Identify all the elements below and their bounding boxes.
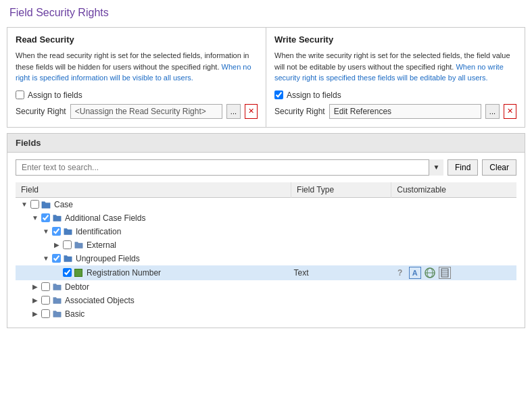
checkbox-acf[interactable] xyxy=(41,213,50,222)
expand-assoc[interactable]: ▶ xyxy=(30,296,40,305)
db-icon[interactable] xyxy=(439,267,451,279)
read-security-dots-btn[interactable]: ... xyxy=(226,104,241,119)
col-header-type: Field Type xyxy=(291,182,391,198)
read-security-right-row: Security Right ... ✕ xyxy=(16,104,258,119)
table-row: ▼ Case xyxy=(16,197,516,211)
table-row: ▼ Identification xyxy=(16,225,516,238)
read-security-right-input[interactable] xyxy=(70,104,222,119)
find-button[interactable]: Find xyxy=(448,159,478,176)
tree-cell-external: ▶ External xyxy=(18,240,289,251)
tree-cell-regnum: Registration Number xyxy=(18,267,289,278)
fields-section: Fields ▼ Find Clear Field Field Type Cus… xyxy=(7,133,525,328)
checkbox-case[interactable] xyxy=(30,200,39,209)
label-case: Case xyxy=(54,200,73,209)
read-assign-checkbox[interactable] xyxy=(16,90,24,99)
label-external: External xyxy=(87,240,116,250)
clear-button[interactable]: Clear xyxy=(482,159,516,176)
security-panels: Read Security When the read security rig… xyxy=(7,27,525,128)
tree-cell-acf: ▼ Additional Case Fields xyxy=(18,213,289,224)
checkbox-basic[interactable] xyxy=(41,309,50,318)
write-security-right-input[interactable] xyxy=(329,104,481,119)
read-security-desc: When the read security right is set for … xyxy=(16,50,258,84)
write-assign-checkbox[interactable] xyxy=(274,90,283,99)
write-assign-row: Assign to fields xyxy=(274,90,516,100)
read-security-panel: Read Security When the read security rig… xyxy=(7,28,266,127)
field-icon-regnum xyxy=(73,267,84,278)
label-debtor: Debtor xyxy=(65,282,89,292)
search-input-wrap: ▼ xyxy=(16,159,443,176)
custom-case xyxy=(391,197,516,211)
folder-icon-external xyxy=(73,240,84,251)
label-regnum: Registration Number xyxy=(87,268,161,278)
expand-ungrouped[interactable]: ▼ xyxy=(41,254,51,263)
read-dots-icon: ... xyxy=(231,107,237,115)
green-field-icon xyxy=(74,269,82,277)
search-input[interactable] xyxy=(16,159,443,176)
expand-case[interactable]: ▼ xyxy=(20,200,29,209)
folder-icon-acf xyxy=(51,213,62,224)
label-identification: Identification xyxy=(76,227,121,236)
read-assign-row: Assign to fields xyxy=(16,90,258,100)
folder-icon-basic xyxy=(51,309,62,319)
read-desc-text1: When the read security right is set for … xyxy=(16,51,249,71)
write-security-dots-btn[interactable]: ... xyxy=(485,104,500,119)
folder-icon-case xyxy=(41,199,51,210)
table-row[interactable]: Registration Number Text ? A xyxy=(16,265,516,280)
table-row: ▶ Basic xyxy=(16,307,516,321)
write-security-clear-btn[interactable]: ✕ xyxy=(504,104,516,119)
globe-icon[interactable] xyxy=(424,267,436,279)
question-icon[interactable]: ? xyxy=(394,267,406,279)
expand-identification[interactable]: ▼ xyxy=(41,227,51,236)
expand-basic[interactable]: ▶ xyxy=(30,309,40,319)
tree-cell-basic: ▶ Basic xyxy=(18,309,289,319)
table-row: ▶ Associated Objects xyxy=(16,294,516,307)
expand-external[interactable]: ▶ xyxy=(52,240,62,250)
read-security-title: Read Security xyxy=(16,34,258,45)
write-security-title: Write Security xyxy=(274,34,516,45)
folder-icon-ungrouped xyxy=(62,253,73,264)
tree-cell-case: ▼ Case xyxy=(18,199,289,210)
table-row: ▼ Ungrouped Fields xyxy=(16,252,516,265)
checkbox-ungrouped[interactable] xyxy=(52,254,61,263)
expand-debtor[interactable]: ▶ xyxy=(30,282,40,292)
write-dots-icon: ... xyxy=(489,107,495,115)
type-case xyxy=(291,197,391,211)
fields-body: ▼ Find Clear Field Field Type Customizab… xyxy=(7,153,525,328)
write-security-panel: Write Security When the write security r… xyxy=(266,28,525,127)
label-basic: Basic xyxy=(65,309,84,319)
label-ungrouped: Ungrouped Fields xyxy=(76,254,140,263)
checkbox-assoc[interactable] xyxy=(41,296,50,305)
table-row: ▶ External xyxy=(16,238,516,252)
folder-icon-identification xyxy=(62,226,73,237)
write-security-right-label: Security Right xyxy=(274,107,325,116)
fields-tree-table: Field Field Type Customizable ▼ xyxy=(16,182,516,321)
tree-cell-debtor: ▶ Debtor xyxy=(18,282,289,292)
action-icons-regnum: ? A xyxy=(394,267,514,279)
search-dropdown-btn[interactable]: ▼ xyxy=(429,159,443,176)
write-clear-icon: ✕ xyxy=(507,107,513,115)
tree-cell-assoc: ▶ Associated Objects xyxy=(18,295,289,306)
col-header-customizable: Customizable xyxy=(391,182,516,198)
folder-icon-assoc xyxy=(51,295,62,306)
edit-icon[interactable]: A xyxy=(409,267,421,279)
read-security-clear-btn[interactable]: ✕ xyxy=(245,104,258,119)
page-title: Field Security Rights xyxy=(7,7,525,19)
type-regnum: Text xyxy=(291,265,391,280)
expand-acf[interactable]: ▼ xyxy=(30,213,40,223)
read-security-right-label: Security Right xyxy=(16,107,66,116)
table-row: ▼ Additional Case Fields xyxy=(16,211,516,225)
read-assign-label: Assign to fields xyxy=(28,90,82,100)
tree-cell-identification: ▼ Identification xyxy=(18,226,289,237)
label-acf: Additional Case Fields xyxy=(65,213,145,223)
read-clear-icon: ✕ xyxy=(248,107,254,115)
folder-icon-debtor xyxy=(51,282,62,292)
checkbox-regnum[interactable] xyxy=(63,268,72,277)
write-assign-label: Assign to fields xyxy=(287,90,341,100)
custom-regnum: ? A xyxy=(391,265,516,280)
checkbox-external[interactable] xyxy=(63,240,72,249)
checkbox-debtor[interactable] xyxy=(41,282,50,291)
table-header-row: Field Field Type Customizable xyxy=(16,182,516,198)
col-header-field: Field xyxy=(16,182,291,198)
checkbox-identification[interactable] xyxy=(52,227,61,236)
write-security-desc: When the write security right is set for… xyxy=(274,50,516,84)
